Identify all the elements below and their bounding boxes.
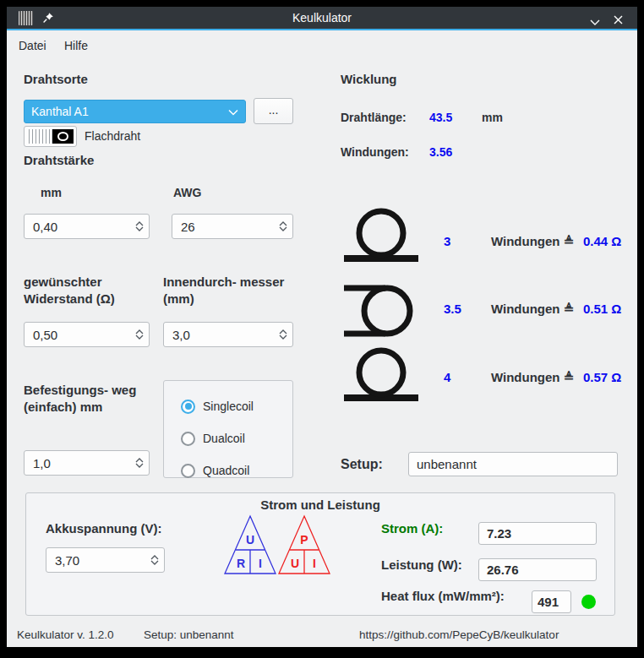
innendurchmesser-heading: Innendurch- messer (mm) (163, 274, 290, 307)
chevron-down-icon (228, 105, 238, 118)
svg-text:R: R (237, 557, 245, 570)
svg-text:U: U (291, 557, 299, 570)
statusbar-setup: Setup: unbenannt (144, 628, 234, 641)
spinner-arrows-icon[interactable] (135, 329, 144, 340)
drahtstaerke-heading: Drahtstärke (24, 152, 94, 169)
coil-row-turns: 4 (444, 370, 450, 384)
setup-input[interactable] (408, 452, 618, 476)
coil-half-wrap-icon (341, 277, 421, 346)
drahtsorte-heading: Drahtsorte (24, 71, 88, 88)
svg-text:U: U (246, 533, 254, 547)
coil-type-group: Singlecoil Dualcoil Quadcoil (163, 380, 293, 478)
wire-more-button[interactable]: ... (254, 98, 293, 124)
spinner-arrows-icon[interactable] (135, 458, 144, 468)
spinner-arrows-icon[interactable] (135, 221, 144, 231)
innendurchmesser-spinner[interactable]: 3,0 (163, 322, 293, 347)
drahtlaenge-value: 43.5 (429, 111, 452, 124)
spinner-arrows-icon[interactable] (150, 555, 159, 565)
wire-awg-spinner[interactable]: 26 (172, 214, 293, 239)
radio-quadcoil[interactable]: Quadcoil (181, 455, 292, 486)
svg-text:I: I (313, 557, 316, 570)
heatflux-output[interactable] (532, 590, 571, 613)
leistung-label: Leistung (W): (381, 557, 462, 572)
coil-row-resistance: 0.51 Ω (583, 302, 621, 316)
coil-row-label: Windungen ≜ (491, 370, 574, 385)
statusbar-version: Keulkulator v. 1.2.0 (17, 628, 114, 641)
wire-mm-spinner[interactable]: 0,40 (24, 214, 150, 239)
awg-label: AWG (173, 186, 201, 199)
close-icon[interactable] (614, 13, 623, 28)
svg-text:I: I (259, 557, 262, 570)
coil-row-resistance: 0.44 Ω (583, 234, 621, 248)
spinner-arrows-icon[interactable] (279, 329, 287, 340)
flachdraht-toggle[interactable] (24, 126, 77, 147)
akkuspannung-label: Akkuspannung (V): (46, 521, 162, 536)
windungen-label: Windungen: (341, 145, 409, 159)
strom-label: Strom (A): (381, 521, 443, 536)
wire-type-selected: Kanthal A1 (31, 105, 228, 118)
window-title: Keulkulator (7, 11, 637, 24)
befestigungsweg-heading: Befestigungs- weg (einfach) mm (24, 382, 159, 416)
strom-leistung-group: Strom und Leistung Akkuspannung (V): 3,7… (25, 492, 615, 616)
coil-row-label: Windungen ≜ (491, 234, 574, 249)
menu-hilfe[interactable]: Hilfe (59, 37, 93, 54)
heatflux-status-dot (581, 595, 596, 609)
flachdraht-label: Flachdraht (85, 129, 140, 143)
radio-singlecoil[interactable]: Singlecoil (181, 391, 292, 421)
flat-wire-icon (52, 129, 74, 144)
app-window: Keulkulator Datei Hilfe Drahtsorte Kanth… (7, 7, 637, 647)
coil-row-turns: 3 (444, 234, 450, 248)
coil-row-resistance: 0.57 Ω (583, 370, 621, 384)
befestigungsweg-spinner[interactable]: 1,0 (24, 450, 150, 476)
radio-checked-icon (181, 400, 195, 414)
minimize-chevron-icon[interactable] (590, 14, 600, 30)
mm-label: mm (41, 186, 62, 199)
statusbar-url: https://github.com/PepeCyB/keulkulator (359, 628, 559, 641)
radio-dualcoil[interactable]: Dualcoil (181, 421, 292, 455)
coil-row-turns: 3.5 (444, 302, 461, 316)
round-wire-icon (26, 129, 52, 144)
coil-full-wrap-icon (341, 344, 421, 410)
ohms-law-triangles-icon: U R I P U I (222, 514, 334, 581)
wicklung-heading: Wicklung (341, 71, 397, 88)
spinner-arrows-icon[interactable] (279, 221, 287, 231)
strom-leistung-title: Strom und Leistung (26, 498, 614, 512)
titlebar[interactable]: Keulkulator (7, 7, 637, 30)
drahtlaenge-unit: mm (482, 111, 503, 124)
coil-full-wrap-icon (341, 204, 421, 270)
setup-label: Setup: (341, 457, 383, 472)
windungen-value: 3.56 (429, 145, 452, 159)
svg-text:P: P (300, 533, 308, 547)
strom-output[interactable] (478, 522, 597, 545)
akkuspannung-spinner[interactable]: 3,70 (46, 547, 165, 573)
coil-row-label: Windungen ≜ (491, 302, 574, 317)
widerstand-spinner[interactable]: 0,50 (24, 322, 150, 347)
drahtlaenge-label: Drahtlänge: (341, 111, 407, 124)
menu-datei[interactable]: Datei (14, 37, 52, 54)
leistung-output[interactable] (478, 558, 597, 581)
radio-unchecked-icon (181, 432, 195, 446)
radio-unchecked-icon (181, 464, 195, 478)
heatflux-label: Heat flux (mW/mm²): (381, 589, 505, 603)
wire-type-dropdown[interactable]: Kanthal A1 (24, 100, 246, 123)
widerstand-heading: gewünschter Widerstand (Ω) (24, 274, 163, 307)
